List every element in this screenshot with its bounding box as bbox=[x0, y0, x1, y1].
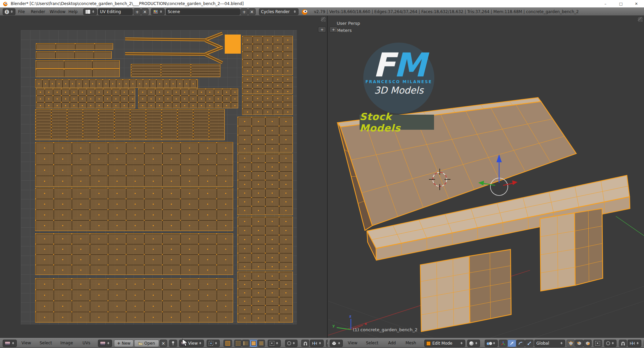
uv-menu-uvs[interactable]: UVs bbox=[83, 338, 90, 348]
menu-file[interactable]: File bbox=[18, 8, 25, 15]
proportional-edit-icon bbox=[287, 341, 291, 345]
edge-select-mode-button[interactable] bbox=[575, 340, 583, 347]
render-engine-selector[interactable]: Cycles Render bbox=[259, 8, 299, 15]
manipulator-toggle-button[interactable] bbox=[499, 340, 507, 347]
pivot-point-selector[interactable] bbox=[207, 340, 220, 347]
proportional-edit-selector-3d[interactable] bbox=[604, 340, 616, 347]
scale-icon bbox=[527, 341, 532, 346]
rotate-arc-icon bbox=[518, 341, 523, 346]
manipulator-rotate-button[interactable] bbox=[516, 340, 525, 347]
plus-icon: + bbox=[117, 341, 120, 346]
magnet-icon bbox=[621, 341, 625, 346]
info-icon: i bbox=[5, 10, 9, 14]
layout-icon bbox=[85, 9, 91, 14]
image-open-button[interactable]: Open bbox=[134, 340, 159, 347]
uv-menu-image[interactable]: Image bbox=[60, 338, 73, 348]
vertex-mode-cube-icon bbox=[569, 341, 573, 346]
minimize-button[interactable]: – bbox=[598, 0, 613, 7]
scene-delete-button[interactable]: ✕ bbox=[248, 8, 256, 15]
vertex-select-mode-button[interactable] bbox=[567, 340, 575, 347]
uv-menu-select[interactable]: Select bbox=[40, 338, 52, 348]
chevron-updown-icon bbox=[319, 341, 322, 346]
uv-select-face-button[interactable] bbox=[250, 340, 257, 347]
3d-panel-expand-button[interactable]: + bbox=[329, 26, 337, 33]
pivot-center-selector[interactable] bbox=[485, 340, 498, 347]
uv-editor-header: View Select Image UVs + New Open ✕ View bbox=[0, 338, 328, 348]
layout-browse-button[interactable] bbox=[83, 8, 97, 15]
menu-render[interactable]: Render bbox=[31, 8, 45, 15]
uv-sync-selection-toggle[interactable] bbox=[223, 340, 232, 347]
3d-menu-mesh[interactable]: Mesh bbox=[406, 338, 416, 348]
snap-target-icon bbox=[630, 341, 635, 345]
chevron-updown-icon bbox=[160, 9, 163, 14]
editor-type-selector-info[interactable]: i bbox=[3, 8, 15, 15]
proportional-edit-selector[interactable] bbox=[285, 340, 298, 347]
face-select-icon bbox=[251, 341, 256, 346]
chevron-updown-icon bbox=[292, 341, 296, 346]
uv-diagonal-islands bbox=[0, 16, 328, 338]
manipulator-translate-button[interactable] bbox=[507, 340, 516, 347]
menu-help[interactable]: Help bbox=[68, 8, 77, 15]
snap-target-selector[interactable] bbox=[310, 340, 324, 347]
snap-target-selector-3d[interactable] bbox=[628, 340, 641, 347]
occlude-geometry-button[interactable] bbox=[593, 340, 602, 347]
image-editor-icon bbox=[5, 341, 10, 346]
corner-resize-grip[interactable] bbox=[321, 17, 326, 22]
3d-viewport[interactable]: z y x User Persp Meters (1) concrete_gar… bbox=[328, 16, 644, 338]
3d-menu-select[interactable]: Select bbox=[366, 338, 378, 348]
island-select-icon bbox=[259, 341, 264, 346]
layout-add-button[interactable]: + bbox=[133, 8, 141, 15]
axis-tripod-icon bbox=[501, 341, 505, 346]
pin-icon bbox=[171, 341, 175, 346]
uv-editor-viewport[interactable]: + bbox=[0, 16, 328, 338]
interaction-mode-selector[interactable]: Edit Mode bbox=[424, 340, 465, 347]
snap-toggle-button[interactable] bbox=[301, 340, 309, 347]
pin-toggle-button[interactable] bbox=[169, 340, 177, 347]
uv-select-edge-button[interactable] bbox=[242, 340, 250, 347]
sticky-select-icon bbox=[270, 341, 274, 346]
chevron-updown-icon bbox=[215, 341, 218, 346]
viewport-shading-selector[interactable] bbox=[467, 340, 480, 347]
scene-statistics: v2.79 | Verts:18,660/18,660 | Edges:37,2… bbox=[314, 8, 579, 15]
folder-icon bbox=[138, 342, 143, 345]
uv-select-island-button[interactable] bbox=[257, 340, 265, 347]
scene-name-field[interactable]: Scene bbox=[166, 8, 240, 15]
edit-mode-icon bbox=[426, 341, 431, 346]
layout-name-field[interactable]: UV Editing bbox=[98, 8, 133, 15]
snap-toggle-button-3d[interactable] bbox=[619, 340, 627, 347]
3d-menu-add[interactable]: Add bbox=[388, 338, 396, 348]
maximize-button[interactable]: □ bbox=[613, 0, 629, 7]
shading-sphere-icon bbox=[469, 341, 474, 346]
manipulator-scale-button[interactable] bbox=[525, 340, 534, 347]
3d-menu-view[interactable]: View bbox=[348, 338, 357, 348]
scene-add-button[interactable]: + bbox=[240, 8, 248, 15]
uv-panel-expand-button[interactable]: + bbox=[318, 26, 326, 33]
chevron-updown-icon bbox=[199, 341, 202, 346]
sticky-selection-selector[interactable] bbox=[268, 340, 281, 347]
fm-logo-3dmodels: 3D Models bbox=[374, 85, 424, 96]
image-new-button[interactable]: + New bbox=[114, 340, 133, 347]
image-browse-button[interactable] bbox=[98, 340, 112, 347]
translate-arrow-icon bbox=[509, 341, 514, 346]
chevron-updown-icon bbox=[493, 341, 496, 346]
pivot-center-icon bbox=[487, 341, 491, 346]
pivot-icon bbox=[209, 341, 213, 346]
uv-sync-icon bbox=[225, 341, 230, 346]
transform-orientation-selector[interactable]: Global bbox=[534, 340, 565, 347]
object-info-overlay: (1) concrete_garden_bench_2 bbox=[353, 327, 418, 332]
editor-type-selector-image[interactable] bbox=[3, 340, 17, 347]
chevron-updown-icon bbox=[338, 341, 341, 346]
editor-type-selector-3d[interactable] bbox=[330, 340, 343, 347]
scene-browse-button[interactable] bbox=[151, 8, 165, 15]
blender-window: Blender* [C:\Users\franc\Desktop\concret… bbox=[0, 0, 644, 348]
face-select-mode-button[interactable] bbox=[583, 340, 592, 347]
uv-menu-view[interactable]: View bbox=[21, 338, 31, 348]
image-unlink-button[interactable]: ✕ bbox=[160, 340, 167, 347]
view-name-overlay: User Persp bbox=[337, 21, 360, 26]
uv-select-vertex-button[interactable] bbox=[234, 340, 242, 347]
corner-resize-grip[interactable] bbox=[638, 17, 643, 22]
layout-delete-button[interactable]: ✕ bbox=[141, 8, 149, 15]
menu-window[interactable]: Window bbox=[50, 8, 65, 15]
close-button[interactable]: ✕ bbox=[629, 0, 644, 7]
blender-logo-icon bbox=[3, 1, 8, 6]
